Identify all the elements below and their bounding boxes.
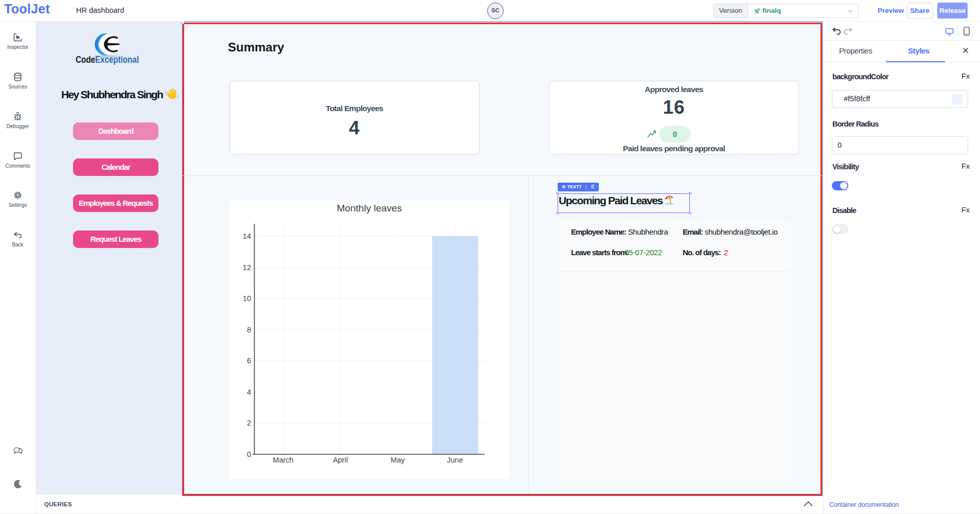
svg-text:10: 10 — [243, 294, 251, 303]
svg-text:2: 2 — [247, 419, 251, 427]
svg-text:Monthly leaves: Monthly leaves — [337, 203, 402, 214]
svg-text:0: 0 — [247, 450, 251, 458]
svg-text:May: May — [390, 456, 405, 464]
svg-text:March: March — [273, 456, 293, 464]
svg-text:8: 8 — [247, 326, 251, 334]
svg-text:14: 14 — [243, 232, 251, 240]
svg-text:12: 12 — [243, 263, 251, 272]
svg-text:June: June — [447, 456, 463, 464]
svg-text:CodeExceptional: CodeExceptional — [76, 54, 139, 65]
svg-text:April: April — [333, 456, 348, 464]
svg-text:6: 6 — [247, 357, 251, 365]
svg-text:4: 4 — [247, 388, 251, 396]
